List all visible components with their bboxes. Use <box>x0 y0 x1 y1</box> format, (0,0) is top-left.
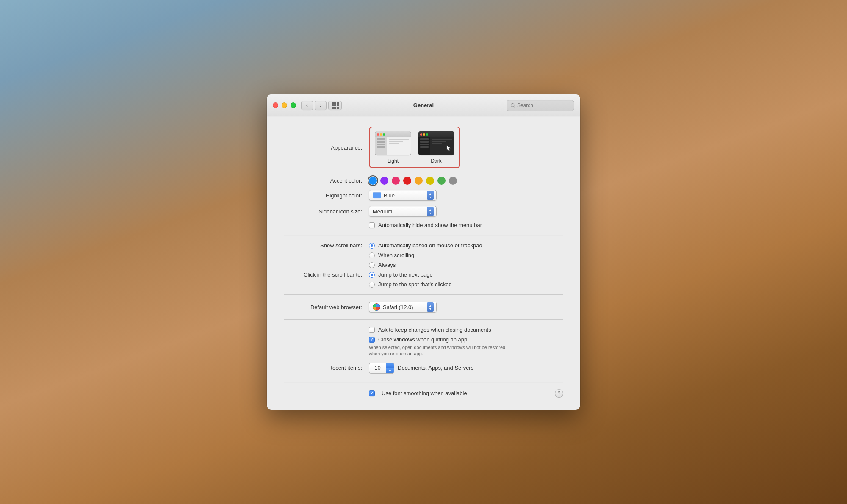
scroll-auto-label: Automatically based on mouse or trackpad <box>378 242 482 249</box>
scroll-auto-row: Automatically based on mouse or trackpad <box>369 242 482 249</box>
appearance-section: Appearance: <box>284 127 563 168</box>
divider-2 <box>284 294 563 295</box>
preferences-window: ‹ › General Appearance: <box>267 94 580 410</box>
color-swatch <box>373 192 381 198</box>
accent-color-label: Accent color: <box>284 177 362 184</box>
light-thumb <box>375 131 411 155</box>
appearance-label: Appearance: <box>284 144 362 151</box>
accent-orange[interactable] <box>415 177 423 185</box>
sidebar-icon-size-dropdown[interactable]: Medium ▲ ▼ <box>369 206 437 217</box>
jump-spot-radio[interactable] <box>369 282 375 288</box>
scroll-bar-click-label: Click in the scroll bar to: <box>284 271 362 278</box>
ask-keep-checkbox[interactable] <box>369 327 375 333</box>
scroll-auto-radio[interactable] <box>369 243 375 249</box>
sidebar-icon-size-label: Sidebar icon size: <box>284 208 362 215</box>
close-button[interactable] <box>273 102 278 108</box>
stepper-down-button[interactable]: ▼ <box>386 368 394 373</box>
close-windows-sublabel: When selected, open documents and window… <box>369 344 555 357</box>
scroll-when-scrolling-row: When scrolling <box>369 252 482 258</box>
recent-items-row: Recent items: 10 ▲ ▼ Documents, Apps, an… <box>284 363 563 374</box>
traffic-lights <box>273 102 296 108</box>
recent-items-stepper[interactable]: 10 ▲ ▼ <box>369 363 394 374</box>
font-smoothing-label: Use font smoothing when available <box>382 390 467 396</box>
scroll-always-row: Always <box>369 262 482 268</box>
accent-yellow[interactable] <box>426 177 434 185</box>
radio-dot <box>371 274 373 276</box>
dark-titlebar <box>418 131 454 137</box>
maximize-button[interactable] <box>291 102 296 108</box>
scroll-when-scrolling-radio[interactable] <box>369 252 375 258</box>
appearance-options: Light <box>369 127 460 168</box>
search-icon <box>510 103 515 108</box>
accent-colors <box>369 177 457 185</box>
menu-bar-checkbox-row: Automatically hide and show the menu bar <box>369 222 563 228</box>
light-titlebar <box>375 131 411 137</box>
sidebar-icon-size-value: Medium <box>373 208 425 215</box>
accent-graphite[interactable] <box>449 177 457 185</box>
recent-items-suffix: Documents, Apps, and Servers <box>398 365 473 371</box>
menu-bar-checkbox[interactable] <box>369 222 375 228</box>
radio-dot <box>371 244 373 247</box>
minimize-button[interactable] <box>282 102 287 108</box>
content-area: Appearance: <box>267 116 580 410</box>
default-browser-dropdown[interactable]: Safari (12.0) ▲ ▼ <box>369 302 437 313</box>
search-bar[interactable] <box>507 100 574 111</box>
show-scroll-bars-label: Show scroll bars: <box>284 242 362 249</box>
search-input[interactable] <box>517 102 570 108</box>
ask-keep-checkbox-row: Ask to keep changes when closing documen… <box>369 327 563 333</box>
scroll-bar-click-row: Click in the scroll bar to: Jump to the … <box>284 271 563 288</box>
show-scroll-bars-row: Show scroll bars: Automatically based on… <box>284 242 563 268</box>
recent-items-value: 10 <box>369 363 386 373</box>
divider-3 <box>284 319 563 320</box>
up-arrow-icon: ▲ <box>429 304 432 307</box>
safari-icon <box>373 303 380 311</box>
menu-bar-label: Automatically hide and show the menu bar <box>378 222 482 228</box>
accent-pink[interactable] <box>392 177 400 185</box>
stepper-up-button[interactable]: ▲ <box>386 363 394 368</box>
accent-color-row: Accent color: <box>284 177 563 185</box>
grid-view-button[interactable] <box>328 101 342 110</box>
up-arrow-icon: ▲ <box>429 208 432 211</box>
appearance-light-option[interactable]: Light <box>375 131 411 164</box>
scroll-when-scrolling-label: When scrolling <box>378 252 414 258</box>
cursor-indicator <box>446 145 451 153</box>
down-arrow-icon: ▼ <box>429 212 432 215</box>
help-button[interactable]: ? <box>555 389 563 398</box>
jump-next-radio[interactable] <box>369 272 375 278</box>
default-browser-row: Default web browser: Safari (12.0) ▲ ▼ <box>284 302 563 313</box>
appearance-dark-option[interactable]: Dark <box>418 131 454 164</box>
back-button[interactable]: ‹ <box>301 101 313 110</box>
close-windows-label: Close windows when quitting an app <box>378 336 467 343</box>
jump-next-label: Jump to the next page <box>378 271 433 278</box>
light-sidebar <box>375 137 387 155</box>
down-arrow-icon: ▼ <box>429 307 432 310</box>
nav-buttons: ‹ › <box>301 101 327 110</box>
highlight-color-dropdown[interactable]: Blue ▲ ▼ <box>369 190 437 201</box>
jump-next-row: Jump to the next page <box>369 271 452 278</box>
font-smoothing-checkbox[interactable]: ✓ <box>369 390 375 396</box>
checkmark-icon: ✓ <box>370 391 374 396</box>
scroll-click-radio-group: Jump to the next page Jump to the spot t… <box>369 271 452 288</box>
down-arrow-icon: ▼ <box>429 196 432 199</box>
jump-spot-label: Jump to the spot that's clicked <box>378 281 452 288</box>
dark-thumb <box>418 131 454 155</box>
stepper-down-icon: ▼ <box>389 369 392 372</box>
window-title: General <box>413 102 434 108</box>
accent-blue[interactable] <box>369 177 377 185</box>
title-bar: ‹ › General <box>267 94 580 116</box>
sidebar-dropdown-arrows: ▲ ▼ <box>427 207 434 216</box>
scroll-bars-radio-group: Automatically based on mouse or trackpad… <box>369 242 482 268</box>
highlight-color-row: Highlight color: Blue ▲ ▼ <box>284 190 563 201</box>
default-browser-value: Safari (12.0) <box>383 304 425 310</box>
close-windows-checkbox[interactable]: ✓ <box>369 337 375 343</box>
light-label: Light <box>388 158 399 164</box>
highlight-color-label: Highlight color: <box>284 192 362 199</box>
forward-button[interactable]: › <box>315 101 327 110</box>
dark-sidebar <box>418 137 430 155</box>
scroll-always-radio[interactable] <box>369 262 375 268</box>
accent-red[interactable] <box>403 177 411 185</box>
accent-green[interactable] <box>437 177 446 185</box>
sidebar-icon-size-row: Sidebar icon size: Medium ▲ ▼ <box>284 206 563 217</box>
accent-purple[interactable] <box>380 177 388 185</box>
light-main <box>387 137 411 155</box>
